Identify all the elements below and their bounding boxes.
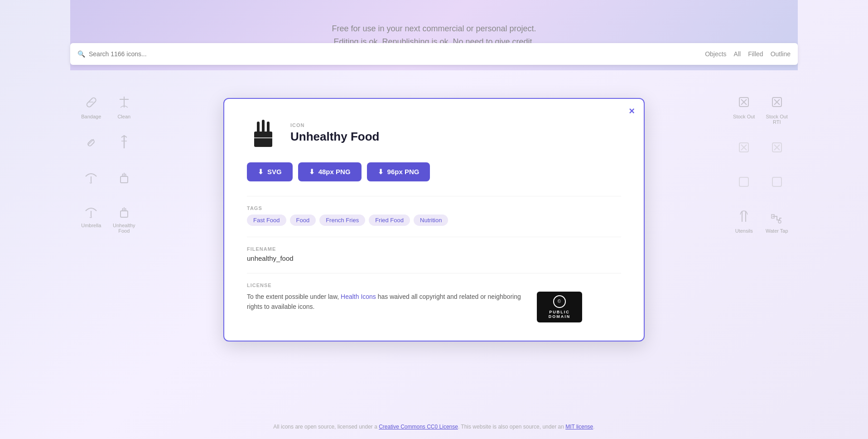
download-svg-button[interactable]: ⬇ SVG (247, 162, 293, 181)
download-icon-96: ⬇ (378, 168, 384, 176)
modal-close-button[interactable]: × (629, 106, 635, 116)
cc-license-link[interactable]: Creative Commons CC0 License (379, 424, 458, 430)
pd-label-2: DOMAIN (549, 314, 571, 319)
svg-rect-36 (254, 132, 272, 147)
download-png48-label: 48px PNG (318, 168, 351, 176)
license-text: To the extent possible under law, Health… (247, 292, 528, 312)
tags-label: TAGS (247, 205, 621, 211)
footer: All icons are open source, licensed unde… (0, 424, 868, 430)
modal-dialog: × ICON Unhealthy Food (223, 98, 645, 341)
tag-french-fries[interactable]: French Fries (319, 215, 365, 226)
modal-header: ICON Unhealthy Food (247, 117, 621, 150)
license-text-before: To the extent possible under law, (247, 293, 341, 300)
license-section: LICENSE To the extent possible under law… (247, 283, 621, 322)
download-png48-button[interactable]: ⬇ 48px PNG (298, 162, 362, 181)
filename-value: unhealthy_food (247, 254, 621, 262)
pd-circle-icon: © (553, 295, 566, 308)
modal-title: Unhealthy Food (290, 130, 379, 144)
svg-rect-39 (267, 122, 270, 133)
divider-1 (247, 196, 621, 196)
modal-title-section: ICON Unhealthy Food (290, 122, 379, 144)
icon-preview (247, 117, 280, 150)
footer-text-middle: . This website is also open source, unde… (458, 424, 565, 430)
download-icon: ⬇ (258, 168, 264, 176)
download-png96-button[interactable]: ⬇ 96px PNG (367, 162, 430, 181)
public-domain-badge: © PUBLIC DOMAIN (537, 292, 582, 322)
tags-section: TAGS Fast Food Food French Fries Fried F… (247, 205, 621, 226)
download-svg-label: SVG (267, 168, 282, 176)
footer-text-end: . (593, 424, 594, 430)
tag-fast-food[interactable]: Fast Food (247, 215, 286, 226)
tag-food[interactable]: Food (290, 215, 316, 226)
download-png96-label: 96px PNG (387, 168, 420, 176)
svg-rect-38 (262, 120, 265, 133)
modal-section-label: ICON (290, 122, 379, 128)
pd-label: PUBLIC (549, 310, 570, 314)
license-row: To the extent possible under law, Health… (247, 292, 621, 322)
download-icon-48: ⬇ (309, 168, 315, 176)
svg-rect-37 (257, 122, 260, 133)
divider-3 (247, 273, 621, 273)
footer-text-before: All icons are open source, licensed unde… (273, 424, 379, 430)
modal-overlay: × ICON Unhealthy Food (0, 0, 868, 439)
divider-2 (247, 237, 621, 237)
download-buttons: ⬇ SVG ⬇ 48px PNG ⬇ 96px PNG (247, 162, 621, 181)
filename-section: FILENAME unhealthy_food (247, 246, 621, 262)
mit-license-link[interactable]: MIT license (565, 424, 593, 430)
license-label: LICENSE (247, 283, 621, 288)
tag-nutrition[interactable]: Nutrition (414, 215, 448, 226)
health-icons-link[interactable]: Health Icons (341, 293, 376, 300)
filename-label: FILENAME (247, 246, 621, 252)
tags-row: Fast Food Food French Fries Fried Food N… (247, 215, 621, 226)
tag-fried-food[interactable]: Fried Food (369, 215, 410, 226)
